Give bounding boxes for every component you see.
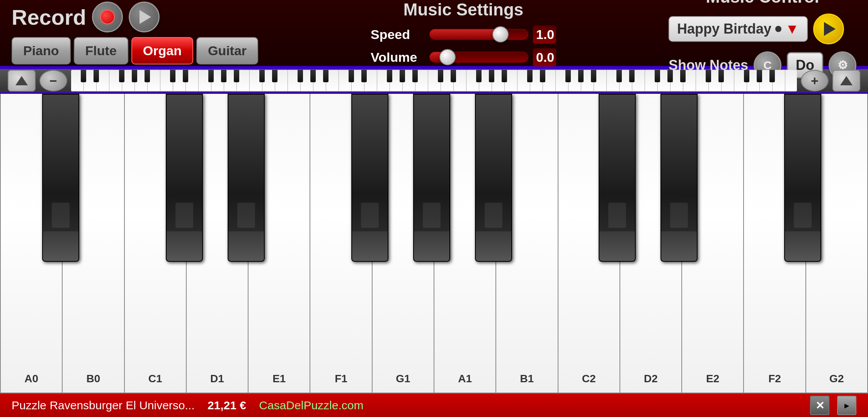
white-key-label: B0 [87, 373, 100, 385]
close-icon: ✕ [815, 399, 824, 412]
guitar-button[interactable]: Guitar [196, 37, 258, 64]
organ-button[interactable]: Organ [131, 37, 193, 64]
white-key-label: G2 [829, 373, 844, 385]
speed-row: Speed 1.0 [371, 25, 556, 44]
black-key[interactable] [42, 94, 79, 262]
flute-button[interactable]: Flute [74, 37, 128, 64]
record-row: Record [12, 2, 160, 32]
record-title: Record [12, 5, 86, 30]
ad-text: Puzzle Ravensburger El Universo... 21,21… [12, 399, 802, 412]
settings-rows: Speed 1.0 Volume 0.0 [371, 25, 556, 66]
chevron-down-icon[interactable]: ▼ [785, 21, 799, 37]
keyboard-left-arrow[interactable] [8, 70, 36, 92]
white-key-label: A1 [458, 373, 472, 385]
instrument-row: Piano Flute Organ Guitar [12, 37, 258, 64]
white-key-label: E1 [272, 373, 286, 385]
play-button[interactable] [129, 2, 160, 32]
ad-link[interactable]: CasaDelPuzzle.com [259, 399, 363, 412]
music-control-title: Music Control [706, 0, 819, 7]
speed-value: 1.0 [533, 25, 556, 44]
control-play-icon [824, 22, 836, 36]
dot-indicator [775, 26, 781, 32]
white-key-label: C2 [582, 373, 596, 385]
up-arrow-icon-right [840, 76, 853, 85]
white-key-label: A0 [24, 373, 38, 385]
piano-area: A0B0C1D1E1F1G1A1B1C2D2E2F2G2 [0, 94, 868, 394]
music-settings: Music Settings Speed 1.0 Volume 0.0 [274, 0, 653, 66]
volume-label: Volume [371, 50, 425, 65]
play-icon [140, 10, 151, 24]
record-icon [100, 10, 115, 24]
white-key-label: F2 [768, 373, 781, 385]
top-bar: Record Piano Flute Organ Guitar Music Se… [0, 0, 868, 68]
white-key-label: C1 [148, 373, 162, 385]
speed-fill [430, 29, 500, 39]
volume-slider[interactable] [429, 52, 528, 63]
mini-keyboard [71, 70, 797, 92]
arrow-icon: ▶ [844, 402, 849, 409]
white-key-label: E2 [706, 373, 719, 385]
keyboard-nav: − + [0, 68, 868, 94]
white-key-label: D1 [210, 373, 224, 385]
black-key[interactable] [228, 94, 265, 262]
volume-row: Volume 0.0 [371, 48, 556, 66]
speed-label: Speed [371, 27, 425, 42]
ad-arrow-button[interactable]: ▶ [837, 396, 856, 415]
keyboard-plus-button[interactable]: + [801, 70, 829, 92]
up-arrow-icon [15, 76, 28, 85]
ad-bar: Puzzle Ravensburger El Universo... 21,21… [0, 394, 868, 417]
record-section: Record Piano Flute Organ Guitar [12, 2, 258, 64]
volume-value: 0.0 [533, 48, 556, 66]
ad-close-button[interactable]: ✕ [810, 396, 829, 415]
ad-main-text: Puzzle Ravensburger El Universo... [12, 399, 195, 412]
piano-button[interactable]: Piano [12, 37, 71, 64]
song-name: Happy Birtday [677, 21, 771, 37]
black-key[interactable] [166, 94, 203, 262]
music-control: Music Control Happy Birtday ▼ Show Notes… [669, 0, 856, 79]
ad-price: 21,21 € [208, 399, 246, 412]
black-key[interactable] [351, 94, 388, 262]
white-key-label: D2 [644, 373, 658, 385]
black-key[interactable] [475, 94, 512, 262]
white-key-label: B1 [520, 373, 534, 385]
record-button[interactable] [92, 2, 123, 32]
black-key[interactable] [660, 94, 698, 262]
speed-slider[interactable] [429, 29, 528, 40]
white-key-label: G1 [396, 373, 410, 385]
song-selector[interactable]: Happy Birtday ▼ [669, 16, 808, 42]
black-key[interactable] [413, 94, 450, 262]
black-key[interactable] [599, 94, 636, 262]
white-key-label: F1 [335, 373, 347, 385]
music-settings-title: Music Settings [403, 0, 524, 19]
control-row: Happy Birtday ▼ [669, 14, 844, 44]
black-key[interactable] [784, 94, 821, 262]
control-play-button[interactable] [813, 14, 844, 44]
speed-knob[interactable] [492, 26, 509, 42]
keyboard-minus-button[interactable]: − [39, 70, 67, 92]
volume-knob[interactable] [439, 49, 456, 65]
keyboard-right-arrow[interactable] [832, 70, 860, 92]
